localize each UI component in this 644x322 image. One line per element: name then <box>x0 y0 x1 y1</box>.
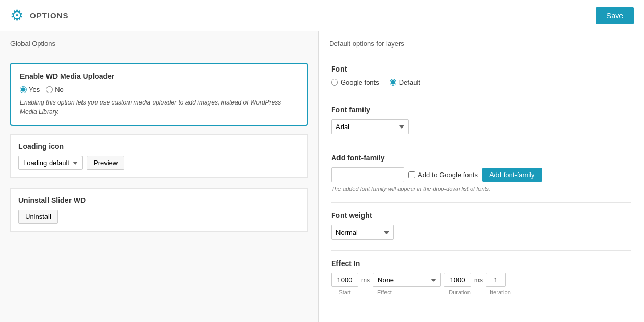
font-label: Font <box>331 65 631 73</box>
no-radio-label[interactable]: No <box>46 86 64 94</box>
main-container: Global Options Enable WD Media Uploader … <box>0 31 644 322</box>
right-panel-content: Font Google fonts Default Font family <box>319 54 644 316</box>
font-family-label: Font family <box>331 106 631 114</box>
effect-iteration-input[interactable] <box>486 273 506 287</box>
font-radio-group: Google fonts Default <box>331 78 631 86</box>
font-weight-label: Font weight <box>331 211 631 220</box>
loading-icon-section: Loading icon Loading default Loading 1 L… <box>10 134 308 178</box>
right-panel-header: Default options for layers <box>319 31 644 54</box>
font-section: Font Google fonts Default <box>331 65 631 86</box>
font-family-section: Font family Arial Helvetica Georgia Time… <box>331 106 631 134</box>
save-button[interactable]: Save <box>596 7 634 24</box>
left-panel: Global Options Enable WD Media Uploader … <box>0 31 319 322</box>
wd-media-section: Enable WD Media Uploader Yes No Enabling… <box>10 63 308 126</box>
header-left: ⚙ OPTIONS <box>10 7 69 24</box>
wd-media-title: Enable WD Media Uploader <box>20 72 298 80</box>
uninstall-title: Uninstall Slider WD <box>18 196 300 204</box>
no-radio[interactable] <box>46 86 53 93</box>
uninstall-button[interactable]: Uninstall <box>18 210 58 224</box>
add-to-google-checkbox[interactable] <box>408 171 415 178</box>
divider-3 <box>331 202 631 203</box>
preview-button[interactable]: Preview <box>87 156 124 170</box>
divider-2 <box>331 145 631 145</box>
add-font-row: Add to Google fonts Add font-family <box>331 167 631 182</box>
add-font-family-section: Add font-family Add to Google fonts Add … <box>331 154 631 192</box>
right-panel: Default options for layers Font Google f… <box>319 31 644 322</box>
gear-icon: ⚙ <box>10 7 24 24</box>
loading-icon-row: Loading default Loading 1 Loading 2 Prev… <box>18 156 300 170</box>
default-options-heading: Default options for layers <box>329 40 404 48</box>
loading-icon-title: Loading icon <box>18 142 300 151</box>
yes-radio[interactable] <box>20 86 27 93</box>
effect-duration-input[interactable] <box>444 273 471 287</box>
global-options-heading: Global Options <box>10 40 55 48</box>
font-weight-section: Font weight Normal Bold Lighter Bolder 1… <box>331 211 631 240</box>
add-font-family-label: Add font-family <box>331 154 631 162</box>
font-family-select[interactable]: Arial Helvetica Georgia Times New Roman … <box>331 119 409 134</box>
wd-media-description: Enabling this option lets you use custom… <box>20 98 298 117</box>
google-fonts-radio[interactable] <box>331 79 338 86</box>
add-font-hint: The added font family will appear in the… <box>331 186 631 192</box>
ms-label-1: ms <box>361 277 370 284</box>
header: ⚙ OPTIONS Save <box>0 0 644 31</box>
wd-media-radio-group: Yes No <box>20 86 298 94</box>
google-fonts-label[interactable]: Google fonts <box>331 78 379 86</box>
add-font-input[interactable] <box>331 167 404 182</box>
yes-radio-label[interactable]: Yes <box>20 86 40 94</box>
divider-1 <box>331 97 631 97</box>
effect-start-input[interactable] <box>331 273 358 287</box>
default-font-radio[interactable] <box>390 79 396 86</box>
uninstall-section: Uninstall Slider WD Uninstall <box>10 188 308 232</box>
divider-4 <box>331 250 631 251</box>
effect-in-labels: Start Effect Duration Iteration <box>331 289 631 295</box>
effect-in-section: Effect In ms None Fade Slide Bounce Zoom… <box>331 259 631 295</box>
font-weight-select[interactable]: Normal Bold Lighter Bolder 100 200 300 4… <box>331 225 394 240</box>
label-effect: Effect <box>375 289 443 295</box>
left-panel-header: Global Options <box>0 31 318 54</box>
page-title: OPTIONS <box>30 11 69 20</box>
left-panel-content: Enable WD Media Uploader Yes No Enabling… <box>0 54 318 250</box>
yes-label: Yes <box>29 86 40 94</box>
effect-in-row: ms None Fade Slide Bounce Zoom ms <box>331 273 631 287</box>
effect-select[interactable]: None Fade Slide Bounce Zoom <box>373 273 441 287</box>
label-duration: Duration <box>446 289 473 295</box>
default-font-label[interactable]: Default <box>390 78 420 86</box>
add-to-google-label[interactable]: Add to Google fonts <box>408 171 478 179</box>
add-font-family-button[interactable]: Add font-family <box>482 168 542 182</box>
label-iteration: Iteration <box>490 289 506 295</box>
effect-in-label: Effect In <box>331 259 631 268</box>
add-to-google-text: Add to Google fonts <box>418 171 478 179</box>
loading-icon-select[interactable]: Loading default Loading 1 Loading 2 <box>18 156 83 170</box>
ms-label-2: ms <box>474 277 483 284</box>
label-start: Start <box>331 289 358 295</box>
no-label: No <box>55 86 64 94</box>
